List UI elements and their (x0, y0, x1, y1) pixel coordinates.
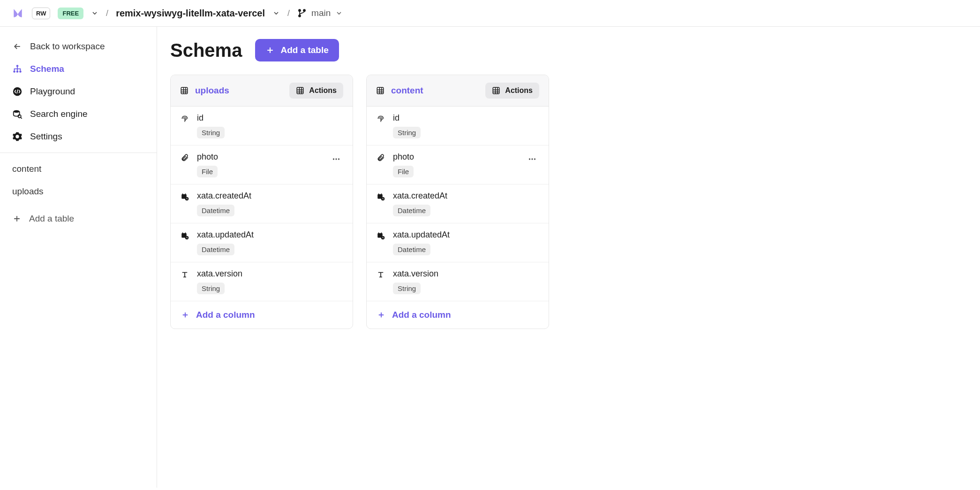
attachment-icon (180, 153, 189, 162)
table-card: uploads Actions id String (170, 75, 353, 329)
svg-rect-22 (377, 87, 384, 94)
column-name: photo (197, 152, 218, 162)
sidebar-add-table[interactable]: Add a table (0, 207, 157, 230)
branch-chevron-icon[interactable] (335, 9, 343, 17)
logo-icon[interactable] (11, 7, 24, 20)
svg-point-2 (299, 15, 301, 17)
branch-icon (297, 8, 307, 18)
project-chevron-icon[interactable] (272, 9, 280, 17)
datetime-icon (180, 231, 189, 240)
add-column-button[interactable]: Add a column (367, 301, 549, 329)
column-name: xata.createdAt (393, 191, 447, 201)
column-row[interactable]: xata.version String (367, 262, 549, 301)
text-icon (376, 270, 385, 279)
sidebar-item-label: Settings (30, 131, 62, 142)
svg-point-15 (338, 158, 339, 160)
column-type-badge: Datetime (393, 205, 430, 216)
column-name: xata.createdAt (197, 191, 251, 201)
arrow-left-icon (12, 41, 23, 52)
column-row[interactable]: xata.createdAt Datetime (171, 184, 353, 223)
workspace-chevron-icon[interactable] (91, 9, 98, 17)
table-card-header: content Actions (367, 75, 549, 107)
svg-point-26 (534, 158, 535, 160)
workspace-badge[interactable]: RW (32, 8, 50, 19)
column-type-badge: String (393, 283, 421, 294)
svg-rect-12 (297, 87, 304, 94)
sidebar-table-content[interactable]: content (0, 158, 157, 180)
sidebar-table-uploads[interactable]: uploads (0, 180, 157, 203)
plus-icon (265, 46, 275, 55)
sidebar-item-label: Schema (30, 64, 64, 74)
playground-icon (12, 86, 23, 97)
column-type-badge: Datetime (197, 244, 234, 255)
breadcrumb-separator: / (287, 8, 290, 18)
table-name[interactable]: content (391, 85, 423, 96)
svg-point-5 (16, 70, 19, 73)
plan-badge: FREE (58, 8, 83, 19)
column-type-badge: File (197, 166, 218, 177)
column-name: xata.updatedAt (393, 230, 450, 240)
column-row[interactable]: xata.updatedAt Datetime (367, 223, 549, 262)
column-row[interactable]: xata.version String (171, 262, 353, 301)
back-label: Back to workspace (30, 41, 105, 52)
column-row[interactable]: xata.updatedAt Datetime (171, 223, 353, 262)
datetime-icon (376, 192, 385, 201)
svg-point-0 (299, 9, 301, 11)
add-table-label: Add a table (29, 214, 74, 224)
table-icon (376, 86, 384, 95)
column-type-badge: Datetime (197, 205, 234, 216)
gear-icon (12, 131, 23, 142)
datetime-icon (376, 231, 385, 240)
breadcrumb-separator: / (106, 8, 108, 18)
svg-point-13 (333, 158, 334, 160)
schema-icon (12, 64, 23, 74)
svg-point-24 (529, 158, 530, 160)
column-row[interactable]: photo File (367, 145, 549, 184)
column-menu-icon[interactable] (525, 152, 539, 166)
sidebar-item-playground[interactable]: Playground (0, 80, 157, 103)
plus-icon (181, 311, 189, 319)
column-row[interactable]: xata.createdAt Datetime (367, 184, 549, 223)
add-column-button[interactable]: Add a column (171, 301, 353, 329)
back-to-workspace[interactable]: Back to workspace (0, 35, 157, 58)
sidebar-item-settings[interactable]: Settings (0, 125, 157, 148)
column-row[interactable]: id String (367, 107, 549, 145)
column-type-badge: String (197, 127, 225, 138)
svg-point-1 (303, 9, 305, 11)
project-name[interactable]: remix-wysiwyg-litellm-xata-vercel (116, 8, 265, 19)
main-content: Schema Add a table uploads Actions (157, 27, 980, 488)
sidebar-item-search-engine[interactable]: Search engine (0, 103, 157, 125)
table-actions-button[interactable]: Actions (485, 83, 539, 99)
svg-rect-11 (181, 87, 188, 94)
sidebar-divider (0, 153, 157, 153)
column-row[interactable]: photo File (171, 145, 353, 184)
text-icon (180, 270, 189, 279)
column-type-badge: Datetime (393, 244, 430, 255)
sidebar: Back to workspace Schema (0, 27, 157, 488)
table-actions-button[interactable]: Actions (289, 83, 343, 99)
column-type-badge: String (393, 127, 421, 138)
table-name[interactable]: uploads (195, 85, 229, 96)
column-name: id (393, 113, 421, 123)
svg-point-10 (16, 135, 19, 138)
column-name: xata.updatedAt (197, 230, 254, 240)
search-engine-icon (12, 109, 23, 119)
add-column-label: Add a column (196, 310, 255, 320)
actions-label: Actions (309, 86, 337, 95)
topbar: RW FREE / remix-wysiwyg-litellm-xata-ver… (0, 0, 980, 27)
column-type-badge: File (393, 166, 414, 177)
table-icon (180, 86, 188, 95)
column-menu-icon[interactable] (329, 152, 343, 166)
branch-name[interactable]: main (311, 8, 331, 18)
plus-icon (377, 311, 385, 319)
svg-point-8 (14, 110, 20, 113)
add-table-button-label: Add a table (280, 45, 328, 55)
actions-label: Actions (505, 86, 533, 95)
column-name: xata.version (393, 269, 438, 279)
column-row[interactable]: id String (171, 107, 353, 145)
sidebar-item-schema[interactable]: Schema (0, 58, 157, 80)
table-card-header: uploads Actions (171, 75, 353, 107)
svg-point-6 (19, 70, 22, 73)
add-table-button[interactable]: Add a table (255, 39, 339, 61)
datetime-icon (180, 192, 189, 201)
